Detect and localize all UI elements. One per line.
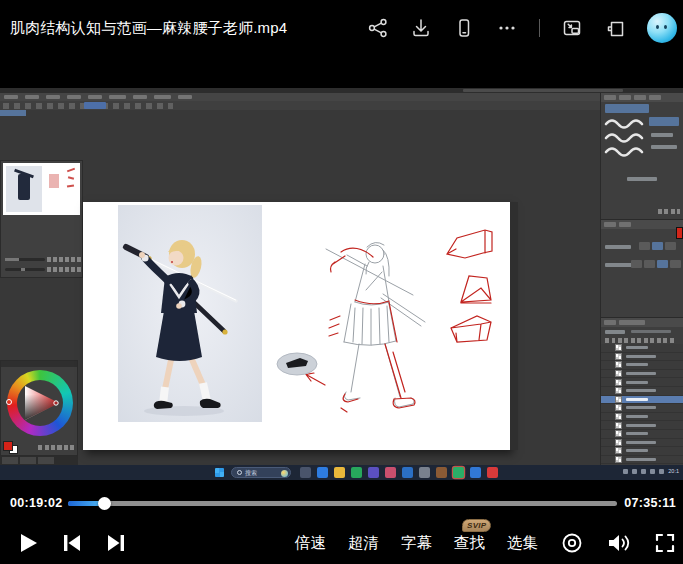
windows-taskbar: 搜索 20:1 bbox=[0, 465, 683, 480]
taskbar-app-icon bbox=[334, 467, 345, 478]
canvas bbox=[83, 202, 510, 450]
more-icon[interactable] bbox=[496, 17, 518, 39]
player-window: 肌肉结构认知与范画—麻辣腰子老师.mp4 bbox=[0, 0, 683, 564]
taskbar-app-icon bbox=[419, 467, 430, 478]
right-panel bbox=[600, 93, 683, 465]
svip-badge: SVIP bbox=[462, 519, 491, 532]
taskbar-search: 搜索 bbox=[231, 467, 291, 478]
controls-row: 倍速 超清 字幕 SVIP 查找 选集 bbox=[0, 522, 683, 564]
navigator-zoom-controls bbox=[3, 256, 82, 276]
taskbar-app-icon bbox=[385, 467, 396, 478]
taskbar-app-icon bbox=[368, 467, 379, 478]
brush-option-chip bbox=[649, 117, 679, 126]
layer-row bbox=[601, 404, 683, 413]
canvas-scrollbar bbox=[510, 202, 518, 450]
brush-stroke-previews bbox=[603, 117, 645, 161]
video-display[interactable]: 搜索 20:1 bbox=[0, 56, 683, 490]
layer-row bbox=[601, 361, 683, 370]
phone-icon[interactable] bbox=[453, 17, 475, 39]
taskbar-app-icon bbox=[436, 467, 447, 478]
layer-row bbox=[601, 370, 683, 379]
taskbar-app-icon bbox=[351, 467, 362, 478]
progress-handle[interactable] bbox=[98, 497, 111, 510]
weather-icon bbox=[281, 470, 288, 477]
layer-row bbox=[601, 353, 683, 362]
layer-row bbox=[601, 439, 683, 448]
saturation-triangle bbox=[7, 370, 73, 436]
start-button-icon bbox=[215, 468, 224, 477]
left-panel-tabs bbox=[0, 456, 78, 465]
progress-bar[interactable] bbox=[68, 501, 617, 506]
navigator-panel bbox=[0, 160, 83, 278]
layer-row bbox=[601, 456, 683, 465]
navigator-photo-thumb bbox=[6, 166, 42, 212]
taskbar-app-icon bbox=[487, 467, 498, 478]
system-tray: 20:1 bbox=[623, 468, 679, 474]
layer-row bbox=[601, 378, 683, 387]
quality-button[interactable]: 超清 bbox=[348, 533, 379, 554]
tool-color-swatch bbox=[676, 227, 683, 239]
taskbar-search-label: 搜索 bbox=[245, 470, 257, 476]
taskbar-clock: 20:1 bbox=[668, 468, 679, 474]
toolbar-active-tool bbox=[84, 102, 106, 109]
subtitles-button[interactable]: 字幕 bbox=[401, 533, 432, 554]
layer-row bbox=[601, 413, 683, 422]
layers-list bbox=[601, 344, 683, 465]
mini-mode-icon[interactable] bbox=[604, 17, 626, 39]
recorded-paint-app: 搜索 20:1 bbox=[0, 88, 683, 480]
navigator-thumbnail bbox=[3, 163, 80, 215]
previous-icon[interactable] bbox=[62, 533, 82, 553]
selected-subtool bbox=[605, 104, 649, 113]
layer-row bbox=[601, 421, 683, 430]
color-wheel-panel bbox=[0, 360, 78, 456]
taskbar-app-icon bbox=[300, 467, 311, 478]
player-logo[interactable] bbox=[647, 13, 677, 43]
header-actions bbox=[367, 0, 677, 56]
taskbar-app-icon bbox=[453, 467, 464, 478]
sketch-drawing bbox=[83, 202, 510, 450]
volume-icon[interactable] bbox=[606, 531, 632, 555]
header: 肌肉结构认知与范画—麻辣腰子老师.mp4 bbox=[0, 0, 683, 56]
layer-row bbox=[601, 396, 683, 405]
download-icon[interactable] bbox=[410, 17, 432, 39]
taskbar-app-icon bbox=[402, 467, 413, 478]
share-icon[interactable] bbox=[367, 17, 389, 39]
play-icon[interactable] bbox=[18, 532, 38, 554]
layer-row bbox=[601, 387, 683, 396]
disc-icon[interactable] bbox=[560, 531, 584, 555]
taskbar-app-icon bbox=[470, 467, 481, 478]
app-toolbar bbox=[0, 101, 683, 110]
total-time: 07:35:11 bbox=[624, 496, 676, 510]
navigator-sketch-thumb bbox=[43, 166, 77, 215]
app-menubar bbox=[0, 93, 683, 101]
current-time: 00:19:02 bbox=[10, 496, 62, 510]
find-button[interactable]: 查找 bbox=[454, 533, 485, 554]
taskbar-app-icons bbox=[300, 467, 498, 478]
next-icon[interactable] bbox=[106, 533, 126, 553]
document-tab bbox=[0, 110, 26, 116]
taskbar-app-icon bbox=[317, 467, 328, 478]
search-icon bbox=[237, 470, 242, 475]
episodes-button[interactable]: 选集 bbox=[507, 533, 538, 554]
layer-row bbox=[601, 447, 683, 456]
layer-row bbox=[601, 344, 683, 353]
fg-bg-color-swatches bbox=[3, 441, 19, 454]
pip-icon[interactable] bbox=[561, 17, 583, 39]
progress-row: 00:19:02 07:35:11 bbox=[0, 490, 683, 514]
speed-button[interactable]: 倍速 bbox=[295, 533, 326, 554]
layer-row bbox=[601, 430, 683, 439]
video-title: 肌肉结构认知与范画—麻辣腰子老师.mp4 bbox=[10, 19, 287, 38]
fullscreen-icon[interactable] bbox=[654, 532, 676, 554]
header-divider bbox=[539, 19, 540, 37]
